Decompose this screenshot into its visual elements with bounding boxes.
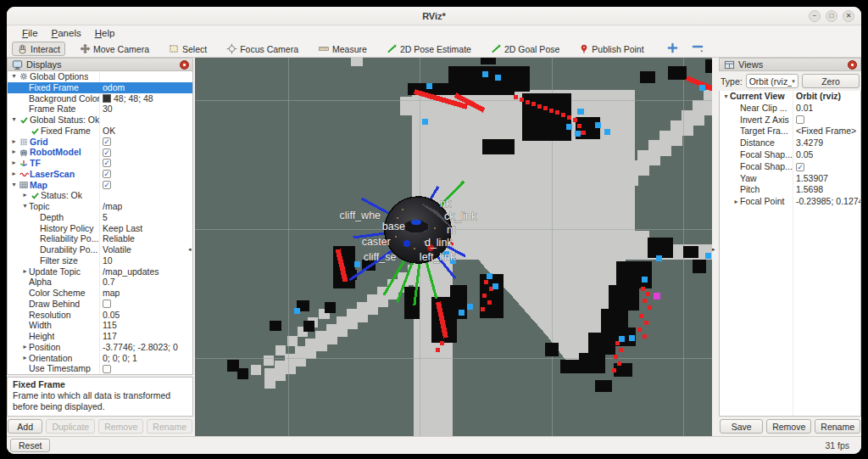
tool-2d-goal-pose[interactable]: 2D Goal Pose — [486, 42, 565, 56]
property-value[interactable]: ✓ — [99, 147, 111, 158]
property-value[interactable]: 5 — [99, 212, 108, 223]
plus-blue-icon[interactable] — [667, 42, 678, 57]
chevron-expanded-icon[interactable]: ▾ — [722, 91, 730, 103]
view-row-yaw[interactable]: Yaw1.53907 — [720, 173, 860, 185]
duplicate-button[interactable]: Duplicate — [46, 419, 95, 434]
title-bar[interactable]: RViz* − □ ✕ — [7, 7, 861, 25]
tool-interact[interactable]: Interact — [12, 42, 65, 56]
checkbox-unchecked-icon[interactable] — [796, 115, 804, 124]
display-row-tf[interactable]: ▸TF✓ — [8, 158, 192, 169]
property-value[interactable]: odom — [99, 82, 125, 93]
display-row-global-options[interactable]: ▾Global Options — [8, 71, 192, 82]
property-value[interactable]: 10 — [99, 255, 113, 266]
checkbox-unchecked-icon[interactable] — [103, 299, 111, 308]
rename-button[interactable]: Rename — [147, 419, 192, 434]
checkbox-checked-icon[interactable]: ✓ — [103, 159, 111, 167]
property-value[interactable]: ✓ — [99, 137, 111, 148]
property-value[interactable] — [793, 115, 804, 126]
chevron-collapsed-icon[interactable]: ▸ — [21, 353, 29, 364]
display-row-robotmodel[interactable]: ▸RobotModel✓ — [8, 147, 192, 158]
display-row-fixed-frame[interactable]: Fixed Frameodom — [8, 82, 192, 93]
property-value[interactable]: 115 — [99, 320, 117, 331]
view-row-distance[interactable]: Distance3.4279 — [720, 137, 860, 149]
view-row-current-view[interactable]: ▾Current ViewOrbit (rviz) — [720, 91, 860, 103]
property-value[interactable] — [99, 115, 103, 126]
display-row-depth[interactable]: Depth5 — [8, 212, 192, 223]
chevron-collapsed-icon[interactable]: ▸ — [10, 147, 18, 158]
property-value[interactable] — [99, 190, 103, 201]
displays-close-icon[interactable] — [180, 60, 189, 70]
display-row-grid[interactable]: ▸Grid✓ — [8, 137, 192, 148]
menu-help[interactable]: Help — [88, 28, 122, 38]
display-row-frame-rate[interactable]: Frame Rate30 — [8, 104, 192, 115]
view-row-focal-point[interactable]: ▸Focal Point-0.23985; 0.1274... — [720, 196, 860, 208]
maximize-icon[interactable]: □ — [826, 10, 837, 22]
reset-button[interactable]: Reset — [10, 439, 50, 452]
property-value[interactable]: ✓ — [99, 158, 111, 169]
menu-file[interactable]: File — [15, 28, 45, 38]
display-row-status-ok[interactable]: ▸Status: Ok — [8, 190, 192, 201]
display-row-draw-behind[interactable]: Draw Behind — [8, 299, 192, 310]
display-row-position[interactable]: ▸Position-3.7746; -2.8023; 0 — [8, 342, 192, 353]
property-value[interactable]: Reliable — [99, 233, 135, 244]
zero-button[interactable]: Zero — [802, 74, 860, 88]
property-value[interactable]: /map — [99, 201, 122, 212]
property-value[interactable]: 48; 48; 48 — [99, 93, 153, 104]
checkbox-checked-icon[interactable]: ✓ — [796, 163, 804, 171]
view-row-invert-z-axis[interactable]: Invert Z Axis — [720, 115, 860, 126]
render-viewport-3d[interactable]: cliff_whenkck_linkbasentcasterd_linkclif… — [195, 58, 712, 436]
remove-button[interactable]: Remove — [98, 419, 143, 434]
display-row-laserscan[interactable]: ▸LaserScan✓ — [8, 169, 192, 180]
property-value[interactable]: 0.05 — [99, 310, 120, 321]
checkbox-unchecked-icon[interactable] — [103, 365, 111, 373]
chevron-expanded-icon[interactable]: ▾ — [10, 71, 18, 82]
right-splitter[interactable]: ▸ — [712, 58, 719, 436]
display-row-use-timestamp[interactable]: Use Timestamp — [8, 363, 192, 374]
views-close-icon[interactable] — [848, 60, 857, 70]
display-row-map[interactable]: ▾Map✓ — [8, 180, 192, 191]
property-value[interactable]: Keep Last — [99, 223, 142, 234]
property-value[interactable]: 1.5698 — [793, 184, 823, 196]
property-value[interactable]: 0.05 — [793, 149, 813, 161]
view-type-dropdown[interactable]: Orbit (rviz_defau ▾ — [746, 74, 798, 88]
add-button[interactable]: Add — [8, 419, 42, 434]
display-row-fixed-frame[interactable]: Fixed FrameOK — [8, 126, 192, 137]
views-remove-button[interactable]: Remove — [766, 419, 811, 434]
minus-blue-icon[interactable] — [692, 42, 704, 57]
tool-measure[interactable]: Measure — [313, 42, 372, 56]
property-value[interactable]: -0.23985; 0.1274... — [793, 196, 860, 208]
property-value[interactable]: 0.7 — [99, 277, 115, 288]
property-value[interactable]: 1.53907 — [793, 173, 828, 185]
displays-panel-header[interactable]: Displays — [7, 58, 193, 71]
display-row-global-status-ok[interactable]: ▾Global Status: Ok — [8, 115, 192, 126]
property-value[interactable]: map — [99, 288, 120, 299]
property-value[interactable]: ✓ — [793, 161, 804, 173]
view-row-near-clip[interactable]: Near Clip ...0.01 — [720, 103, 860, 115]
display-row-width[interactable]: Width115 — [8, 320, 192, 331]
tool-select[interactable]: Select — [164, 42, 212, 56]
view-row-target-fra[interactable]: Target Fra...<Fixed Frame> — [720, 126, 860, 137]
display-row-durability-po[interactable]: Durability Po...Volatile — [8, 244, 192, 255]
checkbox-checked-icon[interactable]: ✓ — [103, 148, 111, 157]
display-row-height[interactable]: Height117 — [8, 331, 192, 342]
views-save-button[interactable]: Save — [720, 419, 763, 434]
display-row-history-policy[interactable]: History PolicyKeep Last — [8, 223, 192, 234]
chevron-collapsed-icon[interactable]: ▸ — [10, 137, 18, 148]
views-panel-header[interactable]: Views — [719, 58, 861, 71]
property-value[interactable]: 30 — [99, 104, 113, 115]
property-value[interactable]: /map_updates — [99, 266, 159, 277]
property-value[interactable]: ✓ — [99, 180, 111, 191]
property-value[interactable]: OK — [99, 126, 115, 137]
tool-focus-camera[interactable]: Focus Camera — [221, 42, 303, 56]
views-rename-button[interactable]: Rename — [815, 419, 860, 434]
property-value[interactable]: 0.01 — [793, 103, 813, 115]
view-row-pitch[interactable]: Pitch1.5698 — [720, 184, 860, 196]
view-row-focal-shap[interactable]: Focal Shap...✓ — [720, 161, 860, 173]
left-splitter-handle-icon[interactable]: ◂ — [188, 246, 192, 253]
tool-2d-pose-estimate[interactable]: 2D Pose Estimate — [381, 42, 476, 56]
property-value[interactable]: -3.7746; -2.8023; 0 — [99, 342, 178, 353]
property-value[interactable]: 3.4279 — [793, 137, 823, 149]
chevron-collapsed-icon[interactable]: ▸ — [732, 196, 740, 208]
chevron-collapsed-icon[interactable]: ▸ — [21, 266, 29, 277]
minimize-icon[interactable]: − — [809, 10, 821, 22]
